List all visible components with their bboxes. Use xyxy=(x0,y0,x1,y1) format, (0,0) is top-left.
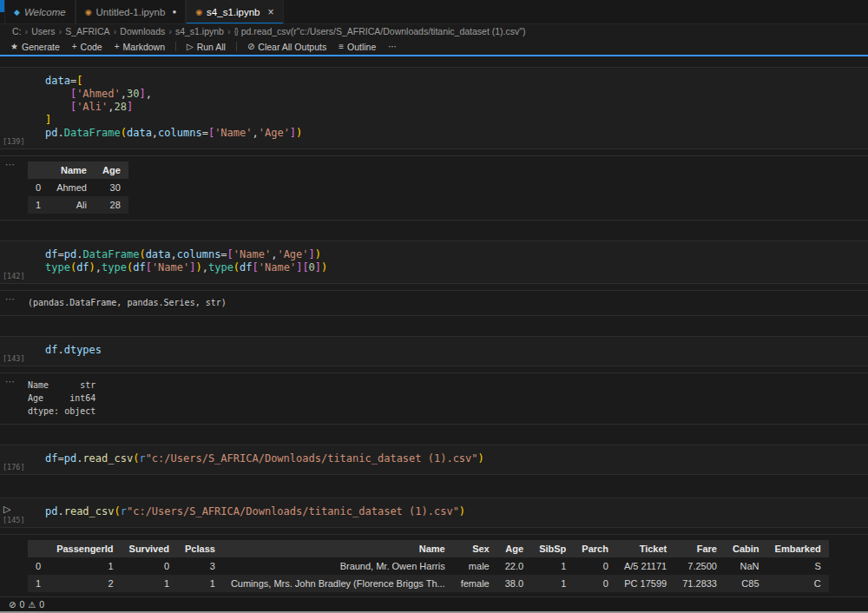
execution-count: [139] xyxy=(3,137,25,146)
toolbar-label: Run All xyxy=(197,42,226,52)
code-line: ['Ahmed',30], xyxy=(45,88,854,101)
modified-dot[interactable]: ● xyxy=(172,8,176,16)
tab-s4_s1.ipynb[interactable]: ◉s4_s1.ipynb× xyxy=(186,0,283,23)
clear-icon: ⊘ xyxy=(247,42,254,51)
generate-button[interactable]: ★Generate xyxy=(5,41,65,53)
code-editor[interactable]: df=pd.DataFrame(data,columns=['Name','Ag… xyxy=(45,248,854,274)
plus-icon: + xyxy=(72,42,77,51)
tab-bar-row: ◆Welcome◉Untitled-1.ipynb●◉s4_s1.ipynb× xyxy=(0,0,868,24)
column-header: Ticket xyxy=(616,540,674,557)
code-editor[interactable]: data=[ ['Ahmed',30], ['Ali',28]]pd.DataF… xyxy=(45,75,854,140)
code-cell[interactable]: ▷pd.read_csv(r"c:/Users/S_AFRICA/Downloa… xyxy=(0,498,868,528)
column-header: Name xyxy=(49,161,95,179)
code-editor[interactable]: df.dtypes xyxy=(45,344,854,357)
table-cell: 71.2833 xyxy=(674,575,725,592)
error-icon: ⊘ xyxy=(9,600,16,610)
run-cell-icon[interactable]: ▷ xyxy=(3,504,10,515)
table-cell: PC 17599 xyxy=(616,575,674,592)
add-markdown-button[interactable]: +Markdown xyxy=(109,41,170,53)
outline-button[interactable]: ≡Outline xyxy=(333,41,381,53)
vscode-window: ◆Welcome◉Untitled-1.ipynb●◉s4_s1.ipynb× … xyxy=(0,0,868,613)
dataframe-table: NameAge0Ahmed301Ali28 xyxy=(28,161,128,214)
table-cell: Cumings, Mrs. John Bradley (Florence Bri… xyxy=(223,575,453,592)
table-cell: 22.0 xyxy=(497,557,531,575)
table-cell: 38.0 xyxy=(497,575,531,592)
breadcrumb-item[interactable]: C: xyxy=(12,26,22,36)
warning-count: 0 xyxy=(39,599,44,610)
chevron-right-icon: › xyxy=(114,26,117,36)
clear-all-outputs-button[interactable]: ⊘Clear All Outputs xyxy=(242,41,332,53)
output-collapse-icon[interactable]: ⋯ xyxy=(5,376,16,387)
column-header: Cabin xyxy=(725,540,767,557)
column-header: Fare xyxy=(674,540,725,557)
code-line: type(df),type(df['Name']),type(df['Name'… xyxy=(45,261,854,274)
breadcrumb-item[interactable]: pd.read_csv(r"c:/Users/S_AFRICA/Download… xyxy=(241,26,526,36)
table-cell: 0 xyxy=(574,557,616,575)
notebook-toolbar: ★Generate+Code+Markdown▷Run All⊘Clear Al… xyxy=(0,38,868,55)
table-cell: 1 xyxy=(531,575,574,592)
table-cell: 0 xyxy=(574,575,616,592)
run-all-icon: ▷ xyxy=(187,42,194,51)
breadcrumb-item[interactable]: Users xyxy=(31,26,55,36)
close-icon[interactable]: × xyxy=(267,6,273,18)
table-cell: 1 xyxy=(49,557,121,575)
code-line: df=pd.DataFrame(data,columns=['Name','Ag… xyxy=(45,248,854,261)
toolbar-label: Markdown xyxy=(123,42,165,52)
tab-bar: ◆Welcome◉Untitled-1.ipynb●◉s4_s1.ipynb× xyxy=(4,0,284,23)
toolbar-separator xyxy=(236,42,237,51)
run-all-button[interactable]: ▷Run All xyxy=(181,41,231,53)
index-header xyxy=(28,540,49,557)
code-line: pd.read_csv(r"c:/Users/S_AFRICA/Download… xyxy=(45,505,854,518)
tab-Welcome[interactable]: ◆Welcome xyxy=(4,0,76,23)
table-cell: 7.2500 xyxy=(674,557,725,575)
code-editor[interactable]: df=pd.read_csv(r"c:/Users/S_AFRICA/Downl… xyxy=(45,452,854,465)
code-cell[interactable]: data=[ ['Ahmed',30], ['Ali',28]]pd.DataF… xyxy=(0,67,868,149)
column-header: Name xyxy=(223,540,453,557)
code-cell[interactable]: df=pd.DataFrame(data,columns=['Name','Ag… xyxy=(0,241,868,284)
table-row: 1211Cumings, Mrs. John Bradley (Florence… xyxy=(28,575,829,592)
code-editor[interactable]: pd.read_csv(r"c:/Users/S_AFRICA/Download… xyxy=(45,505,854,518)
toolbar-separator xyxy=(175,42,176,51)
output-collapse-icon[interactable]: ⋯ xyxy=(5,293,16,305)
table-cell: C85 xyxy=(725,575,767,592)
chevron-right-icon: › xyxy=(227,26,231,36)
execution-count: [142] xyxy=(3,272,25,280)
output-collapse-icon[interactable]: ⋯ xyxy=(5,159,16,170)
code-line: pd.DataFrame(data,columns=['Name','Age']… xyxy=(45,127,854,140)
problems-indicator[interactable]: ⊘ 0 ⚠ 0 xyxy=(9,599,44,610)
table-cell: 2 xyxy=(49,575,121,592)
table-cell: 28 xyxy=(95,196,128,214)
table-cell: 1 xyxy=(122,575,177,592)
table-cell: NaN xyxy=(725,557,767,575)
warning-icon: ⚠ xyxy=(28,600,36,610)
tab-Untitled-1.ipynb[interactable]: ◉Untitled-1.ipynb● xyxy=(76,0,187,23)
table-cell: 1 xyxy=(531,557,574,575)
table-cell: Braund, Mr. Owen Harris xyxy=(223,557,453,575)
output-cell: ⋯(pandas.DataFrame, pandas.Series, str) xyxy=(0,290,868,316)
vscode-icon: ◆ xyxy=(14,8,20,16)
column-header: Pclass xyxy=(177,540,223,557)
toolbar-label: Generate xyxy=(22,42,60,52)
add-code-button[interactable]: +Code xyxy=(67,41,108,53)
breadcrumb-item[interactable]: s4_s1.ipynb xyxy=(175,26,224,36)
table-cell: female xyxy=(453,575,497,592)
more-actions-button[interactable]: ⋯ xyxy=(383,41,402,52)
table-header-row: PassengerIdSurvivedPclassNameSexAgeSibSp… xyxy=(28,540,829,557)
breadcrumb-item[interactable]: S_AFRICA xyxy=(65,26,109,36)
code-line: ] xyxy=(45,114,854,127)
column-header: Sex xyxy=(453,540,497,557)
notebook: data=[ ['Ahmed',30], ['Ali',28]]pd.DataF… xyxy=(0,56,868,597)
output-text: (pandas.DataFrame, pandas.Series, str) xyxy=(28,296,854,309)
table-cell: 30 xyxy=(95,179,128,196)
code-cell[interactable]: df.dtypes[143] xyxy=(0,336,868,366)
symbol-icon: {} xyxy=(234,27,238,36)
tab-label: Untitled-1.ipynb xyxy=(96,7,166,17)
code-cell[interactable]: df=pd.read_csv(r"c:/Users/S_AFRICA/Downl… xyxy=(0,445,868,475)
execution-count: [176] xyxy=(3,463,25,471)
plus-icon: + xyxy=(115,42,120,51)
chevron-right-icon: › xyxy=(59,26,62,36)
tab-label: s4_s1.ipynb xyxy=(207,7,260,17)
sparkle-icon: ★ xyxy=(10,42,18,51)
chevron-right-icon: › xyxy=(168,26,172,36)
breadcrumb-item[interactable]: Downloads xyxy=(120,26,165,36)
